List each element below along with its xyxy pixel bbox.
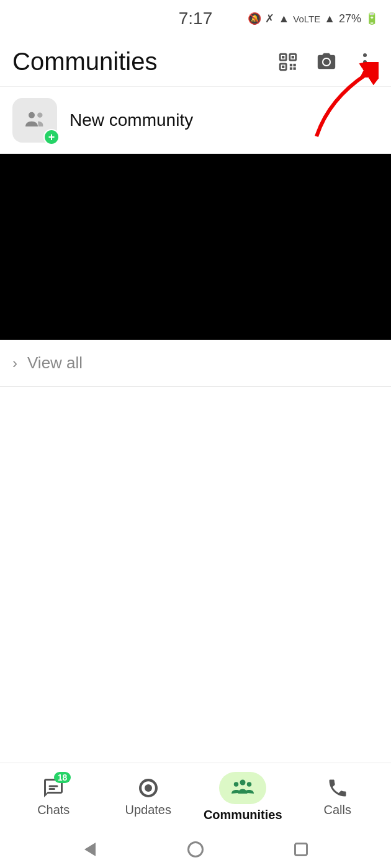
- dot2: [363, 60, 367, 64]
- home-button[interactable]: [186, 840, 205, 859]
- svg-rect-3: [292, 56, 294, 58]
- page-title: Communities: [12, 48, 274, 76]
- new-community-item[interactable]: + New community: [0, 87, 391, 154]
- view-all-row[interactable]: › View all: [0, 340, 391, 387]
- more-options-button[interactable]: [351, 48, 379, 76]
- svg-point-21: [247, 782, 252, 787]
- content-black-area: [0, 154, 391, 340]
- svg-rect-14: [49, 786, 58, 787]
- calls-nav-label: Calls: [324, 803, 351, 817]
- community-icon-wrap: +: [12, 98, 57, 143]
- status-bar: 7:17 🔕 ✗ ▲ VoLTE ▲ 27% 🔋: [0, 0, 391, 37]
- app-header: Communities: [0, 37, 391, 87]
- svg-rect-15: [49, 788, 56, 790]
- svg-rect-8: [290, 67, 292, 69]
- back-icon: [84, 843, 96, 856]
- chevron-right-icon: ›: [12, 355, 17, 372]
- add-badge: +: [43, 129, 60, 145]
- svg-rect-6: [290, 63, 292, 66]
- view-all-label: View all: [27, 353, 83, 373]
- calls-icon: [326, 777, 349, 799]
- svg-point-20: [240, 780, 246, 786]
- signal-icon: ▲: [324, 12, 335, 25]
- svg-point-19: [234, 782, 239, 787]
- home-icon: [187, 841, 204, 857]
- communities-active-pill: [219, 772, 266, 804]
- status-icons: 🔕 ✗ ▲ VoLTE ▲ 27% 🔋: [248, 12, 379, 25]
- nav-item-updates[interactable]: Updates: [101, 777, 196, 817]
- dot3: [363, 67, 367, 71]
- system-navigation-bar: [0, 831, 391, 868]
- communities-nav-label: Communities: [204, 808, 282, 822]
- chats-icon-wrap: 18: [42, 777, 65, 799]
- updates-icon-wrap: [137, 777, 160, 799]
- bluetooth-icon: ✗: [265, 12, 274, 25]
- svg-point-17: [145, 784, 152, 792]
- nav-item-calls[interactable]: Calls: [290, 777, 385, 817]
- recents-icon: [294, 843, 308, 856]
- recents-button[interactable]: [292, 840, 310, 859]
- updates-icon: [137, 777, 160, 799]
- svg-point-13: [37, 113, 42, 118]
- svg-rect-7: [294, 63, 296, 66]
- battery-level: 27%: [339, 12, 361, 25]
- bottom-navigation: 18 Chats Updates Communities: [0, 763, 391, 831]
- community-group-icon: [22, 108, 47, 133]
- empty-area: [0, 387, 391, 635]
- svg-point-12: [29, 112, 35, 118]
- svg-rect-5: [282, 65, 284, 68]
- calls-icon-wrap: [326, 777, 349, 799]
- back-button[interactable]: [81, 840, 99, 859]
- header-icons: [274, 48, 379, 76]
- qr-code-icon: [277, 51, 299, 73]
- nav-item-chats[interactable]: 18 Chats: [6, 777, 101, 817]
- qr-code-button[interactable]: [274, 48, 302, 76]
- wifi-icon: ▲: [278, 12, 289, 25]
- svg-rect-9: [294, 67, 296, 69]
- svg-rect-1: [282, 56, 284, 58]
- mute-icon: 🔕: [248, 12, 261, 25]
- chats-badge: 18: [54, 772, 71, 783]
- updates-nav-label: Updates: [125, 803, 172, 817]
- new-community-label: New community: [70, 110, 193, 130]
- status-time: 7:17: [179, 9, 213, 29]
- volte-icon: VoLTE: [293, 14, 320, 24]
- nav-item-communities[interactable]: Communities: [196, 772, 290, 822]
- dot1: [363, 53, 367, 57]
- add-plus-icon: +: [48, 131, 55, 143]
- camera-button[interactable]: [313, 48, 340, 76]
- chats-nav-label: Chats: [37, 803, 70, 817]
- battery-icon: 🔋: [365, 12, 379, 25]
- camera-icon: [316, 51, 337, 73]
- communities-icon: [231, 777, 254, 799]
